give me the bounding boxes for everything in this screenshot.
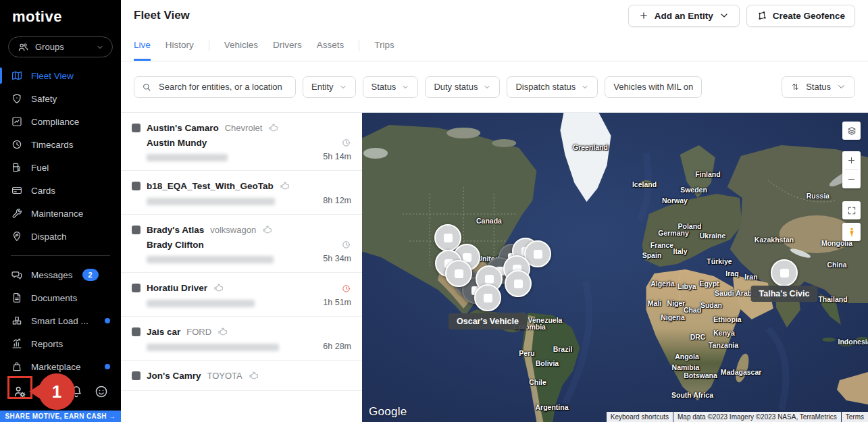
map-canvas[interactable]: GreenlandIcelandNorwaySwedenFinlandRussi… <box>362 113 868 422</box>
map-label-madagascar: Madagascar <box>721 368 762 376</box>
tab-vehicles[interactable]: Vehicles <box>224 31 258 61</box>
map-label-finland: Finland <box>695 170 720 178</box>
groups-selector[interactable]: Groups <box>8 36 113 57</box>
sort-button[interactable]: Status <box>782 76 855 98</box>
sort-label: Status <box>806 82 831 92</box>
zoom-out-button[interactable] <box>842 170 861 188</box>
map-label-spain: Spain <box>642 251 662 259</box>
terms-link[interactable]: Terms <box>842 412 868 422</box>
motive-logo[interactable]: motive <box>0 0 121 26</box>
annotation-step-balloon: 1 <box>39 373 75 410</box>
sidebar-item-dispatch[interactable]: Dispatch <box>0 225 121 248</box>
row-main: Jon's CamryTOYOTA <box>132 369 259 381</box>
create-geofence-button[interactable]: Create Geofence <box>746 5 855 27</box>
duration-value: 1h 51m <box>323 298 351 307</box>
sidebar-item-documents[interactable]: Documents <box>0 286 121 309</box>
sidebar-nav-primary: Fleet ViewSafetyComplianceTimecardsFuelC… <box>0 64 121 248</box>
vehicle-cluster-marker[interactable] <box>474 284 501 311</box>
engine-icon <box>280 180 290 191</box>
engine-icon <box>249 370 259 381</box>
sidebar-item-fuel[interactable]: Fuel <box>0 156 121 179</box>
map-label-namibia: Namibia <box>672 363 700 371</box>
sidebar-item-fleet-view[interactable]: Fleet View <box>0 64 121 87</box>
vehicle-title-line: b18_EQA_Test_With_GeoTab <box>132 180 290 192</box>
filter-label: Entity <box>311 82 334 92</box>
map-data-attribution: Map data ©2023 Imagery ©2023 NASA, Terra… <box>673 412 841 422</box>
plus-icon <box>846 155 857 165</box>
vehicle-name: Horatiu Driver <box>147 283 207 293</box>
messages-count-badge: 2 <box>82 269 99 281</box>
vehicle-cluster-marker[interactable] <box>771 259 798 286</box>
fuel-pump-icon <box>11 161 23 174</box>
vehicle-row-jais-car[interactable]: Jais carFORD6h 28m <box>121 317 362 361</box>
redacted-address <box>147 300 255 307</box>
tab-live[interactable]: Live <box>134 31 151 61</box>
filter-entity-dropdown[interactable]: Entity <box>303 76 356 98</box>
map-label-tanzania: Tanzania <box>709 341 738 349</box>
vehicle-cluster-marker[interactable] <box>445 260 472 287</box>
sidebar-item-cards[interactable]: Cards <box>0 179 121 202</box>
new-feature-dot <box>105 364 110 369</box>
sidebar-item-timecards[interactable]: Timecards <box>0 133 121 156</box>
fullscreen-button[interactable] <box>842 201 861 219</box>
engine-icon <box>268 122 279 133</box>
keyboard-shortcuts-link[interactable]: Keyboard shortcuts <box>607 412 673 422</box>
sidebar-item-compliance[interactable]: Compliance <box>0 110 121 133</box>
filter-status-dropdown[interactable]: Status <box>363 76 419 98</box>
vehicle-name: Jon's Camry <box>147 371 201 381</box>
sidebar-item-messages[interactable]: Messages2 <box>0 263 121 286</box>
row-main: b18_EQA_Test_With_GeoTab <box>132 180 290 205</box>
tabs-bar: LiveHistoryVehiclesDriversAssetsTrips <box>121 31 868 61</box>
search-input[interactable] <box>157 81 288 93</box>
tab-trips[interactable]: Trips <box>374 31 394 61</box>
google-logo[interactable]: Google <box>369 405 407 419</box>
driver-name: Austin Mundy <box>147 138 279 148</box>
tab-separator <box>359 41 359 51</box>
map-label-kenya: Kenya <box>713 329 735 337</box>
map-label-kazakhstan: Kazakhstan <box>755 236 794 244</box>
street-view-button[interactable] <box>842 223 861 241</box>
sidebar-item-smart-load[interactable]: Smart Load ... <box>0 309 121 332</box>
mil-filter-button[interactable]: Vehicles with MIL on <box>605 76 702 98</box>
vehicle-row-austin-s-camaro[interactable]: Austin's CamaroChevroletAustin Mundy5h 1… <box>121 113 362 171</box>
driver-name: Brady Clifton <box>147 240 274 250</box>
map-label-t-rkiye: Türkiye <box>707 257 732 265</box>
filter-duty-status-dropdown[interactable]: Duty status <box>425 76 500 98</box>
vehicle-row-jon-s-camry[interactable]: Jon's CamryTOYOTA <box>121 361 362 391</box>
map-vehicle-label-oscar-s-vehicle[interactable]: Oscar's Vehicle <box>449 313 527 329</box>
row-main: Brady's AtlasvolkswagonBrady Clifton <box>132 223 274 263</box>
vehicle-cluster-marker[interactable] <box>505 270 532 297</box>
filter-dispatch-status-dropdown[interactable]: Dispatch status <box>507 76 598 98</box>
zoom-in-button[interactable] <box>842 151 861 169</box>
referral-banner[interactable]: SHARE MOTIVE, EARN CASH → <box>0 411 121 422</box>
row-main: Horatiu Driver <box>132 282 255 307</box>
map-label-thailand: Thailand <box>818 295 847 303</box>
sidebar-item-maintenance[interactable]: Maintenance <box>0 202 121 225</box>
redacted-address <box>147 256 274 263</box>
main-content: Fleet View Add an Entity Create Geofence… <box>121 0 868 422</box>
map-label-indonesia: Indonesia <box>838 338 868 346</box>
tab-assets[interactable]: Assets <box>317 31 344 61</box>
map-layers-button[interactable] <box>842 122 861 140</box>
shopping-bag-icon <box>11 361 23 373</box>
create-geofence-label: Create Geofence <box>773 11 845 21</box>
sidebar-item-reports[interactable]: Reports <box>0 332 121 355</box>
vehicle-row-brady-s-atlas[interactable]: Brady's AtlasvolkswagonBrady Clifton5h 3… <box>121 215 362 273</box>
map-label-algeria: Algeria <box>650 280 675 288</box>
support-smiley-icon[interactable] <box>94 384 109 399</box>
map-label-chile: Chile <box>529 378 546 386</box>
add-entity-button[interactable]: Add an Entity <box>628 5 740 27</box>
vehicle-row-b18-eqa-test-with-geotab[interactable]: b18_EQA_Test_With_GeoTab8h 12m <box>121 171 362 215</box>
sidebar-item-safety[interactable]: Safety <box>0 87 121 110</box>
vehicle-row-horatiu-driver[interactable]: Horatiu Driver1h 51m <box>121 273 362 317</box>
engine-icon <box>213 282 224 293</box>
tab-history[interactable]: History <box>165 31 194 61</box>
map-label-chad: Chad <box>684 306 701 314</box>
map-vehicle-label-talha-s-civic[interactable]: Talha's Civic <box>751 286 818 302</box>
header-actions: Add an Entity Create Geofence <box>628 5 855 27</box>
dispatch-pin-icon <box>11 230 23 242</box>
tab-drivers[interactable]: Drivers <box>273 31 302 61</box>
map-attribution: Keyboard shortcutsMap data ©2023 Imagery… <box>606 412 868 422</box>
map-label-canada: Canada <box>476 217 502 225</box>
admin-settings-icon[interactable] <box>12 384 27 399</box>
